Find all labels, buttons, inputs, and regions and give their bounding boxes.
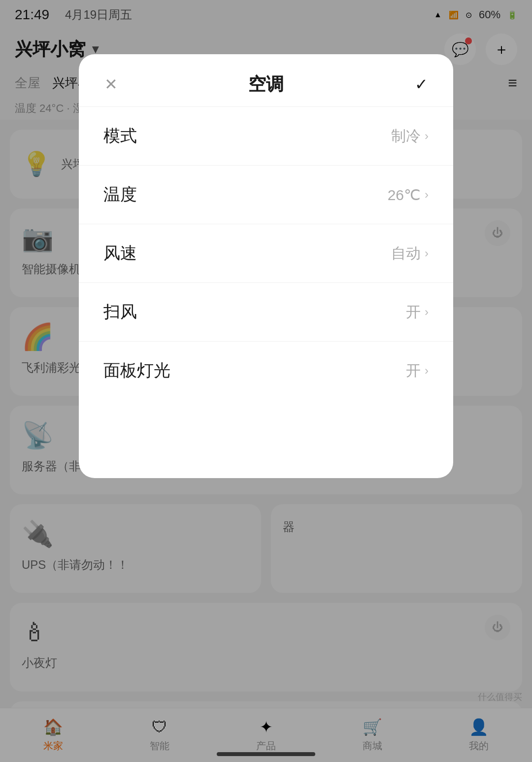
panel-light-value-container: 开 › [406, 361, 429, 381]
modal-confirm-button[interactable]: ✓ [409, 72, 433, 97]
temperature-value: 26℃ [388, 186, 421, 204]
wind-speed-chevron: › [425, 246, 429, 260]
modal-row-panel-light[interactable]: 面板灯光 开 › [79, 342, 453, 400]
mode-label: 模式 [103, 125, 137, 147]
mode-value-container: 制冷 › [391, 126, 429, 146]
close-icon: ✕ [104, 75, 118, 94]
wind-speed-value: 自动 [391, 243, 421, 264]
ac-settings-modal: ✕ 空调 ✓ 模式 制冷 › 温度 26℃ › 风速 自动 › 扫风 开 [79, 54, 453, 478]
panel-light-chevron: › [425, 364, 429, 378]
temperature-chevron: › [425, 188, 429, 202]
modal-title: 空调 [248, 72, 284, 97]
swing-value-container: 开 › [406, 302, 429, 322]
modal-row-temperature[interactable]: 温度 26℃ › [79, 166, 453, 224]
modal-header: ✕ 空调 ✓ [79, 54, 453, 107]
panel-light-value: 开 [406, 361, 421, 381]
modal-close-button[interactable]: ✕ [99, 72, 123, 97]
mode-chevron: › [425, 129, 429, 143]
wind-speed-label: 风速 [103, 242, 137, 265]
modal-row-mode[interactable]: 模式 制冷 › [79, 107, 453, 166]
temperature-label: 温度 [103, 183, 137, 206]
home-indicator [217, 752, 315, 756]
mode-value: 制冷 [391, 126, 421, 146]
swing-chevron: › [425, 305, 429, 319]
swing-value: 开 [406, 302, 421, 322]
temperature-value-container: 26℃ › [388, 186, 429, 204]
wind-speed-value-container: 自动 › [391, 243, 429, 264]
swing-label: 扫风 [103, 301, 137, 323]
panel-light-label: 面板灯光 [103, 359, 170, 382]
confirm-icon: ✓ [415, 75, 428, 94]
modal-row-swing[interactable]: 扫风 开 › [79, 283, 453, 342]
modal-row-wind-speed[interactable]: 风速 自动 › [79, 224, 453, 283]
